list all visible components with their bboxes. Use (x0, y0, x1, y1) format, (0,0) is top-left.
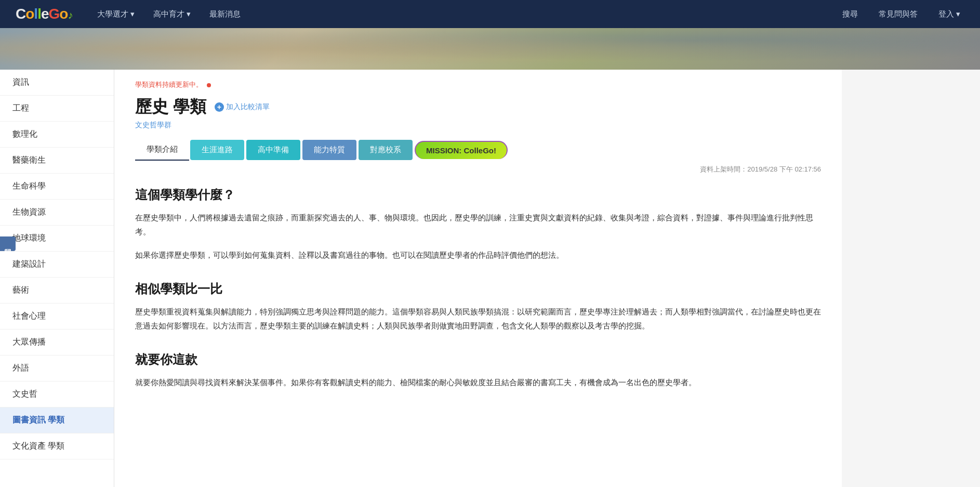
sidebar-item-lifesci[interactable]: 生命科學 (0, 174, 114, 200)
tab-schools[interactable]: 對應校系 (359, 140, 413, 160)
tab-ability[interactable]: 能力特質 (302, 140, 356, 160)
sidebar: 資訊 工程 數理化 醫藥衛生 生命科學 生物資源 地球環境 建築設計 藝術 社會… (0, 70, 114, 487)
tab-mission[interactable]: MISSION: ColleGo! (415, 141, 508, 159)
sidebar-item-liberal[interactable]: 文史哲 (0, 381, 114, 407)
title-row: 歷史 學類 + 加入比較清單 (135, 96, 821, 119)
nav-highschool[interactable]: 高中育才 ▾ (149, 9, 195, 19)
tab-intro[interactable]: 學類介紹 (135, 139, 189, 161)
sidebar-item-heritage[interactable]: 文化資產 學類 (0, 433, 114, 459)
section-what-title: 這個學類學什麼？ (135, 187, 821, 203)
section-what-para1: 在歷史學類中，人們將根據過去遺留之痕跡，而重新探究過去的人、事、物與環境。也因此… (135, 210, 821, 239)
section-what-para2: 如果你選擇歷史學類，可以學到如何蒐集資料、詮釋以及書寫過往的事物。也可以在閱讀歷… (135, 248, 821, 262)
subject-group[interactable]: 文史哲學群 (135, 121, 821, 130)
sidebar-item-media[interactable]: 大眾傳播 (0, 330, 114, 356)
sidebar-item-library[interactable]: 圖書資訊 學類 (0, 407, 114, 433)
update-dot (207, 83, 211, 87)
sidebar-item-math[interactable]: 數理化 (0, 122, 114, 148)
nav-right: 搜尋 常見問與答 登入 ▾ (838, 9, 964, 19)
tabs-row: 學類介紹 生涯進路 高中準備 能力特質 對應校系 MISSION: ColleG… (135, 139, 821, 161)
section-suit-title: 就要你這款 (135, 351, 821, 368)
main-content: 學類資料持續更新中。 歷史 學類 + 加入比較清單 文史哲學群 學類介紹 生涯進… (114, 70, 842, 487)
nav-university[interactable]: 大學選才 ▾ (93, 9, 139, 19)
sidebar-item-earth[interactable]: 地球環境 (0, 226, 114, 252)
tab-highschool[interactable]: 高中準備 (246, 140, 300, 160)
sidebar-item-foreign[interactable]: 外語 (0, 356, 114, 381)
nav-faq[interactable]: 常見問與答 (875, 9, 922, 19)
sidebar-item-socpsych[interactable]: 社會心理 (0, 304, 114, 330)
nav-login[interactable]: 登入 ▾ (934, 9, 964, 19)
section-suit-para1: 就要你熱愛閱讀與尋找資料來解決某個事件。如果你有客觀解讀史料的能力、檢閱檔案的耐… (135, 375, 821, 389)
sidebar-item-art[interactable]: 藝術 (0, 278, 114, 304)
nav-news[interactable]: 最新消息 (205, 9, 245, 19)
update-time: 資料上架時間：2019/5/28 下午 02:17:56 (135, 165, 821, 174)
nav-search[interactable]: 搜尋 (838, 9, 862, 19)
section-compare: 相似學類比一比 歷史學類重視資料蒐集與解讀能力，特別強調獨立思考與詮釋問題的能力… (135, 281, 821, 333)
add-compare-button[interactable]: + 加入比較清單 (215, 102, 270, 112)
section-compare-title: 相似學類比一比 (135, 281, 821, 297)
update-notice: 學類資料持續更新中。 (135, 80, 821, 89)
section-suit: 就要你這款 就要你熱愛閱讀與尋找資料來解決某個事件。如果你有客觀解讀史料的能力、… (135, 351, 821, 389)
sidebar-item-info[interactable]: 資訊 (0, 70, 114, 96)
section-what: 這個學類學什麼？ 在歷史學類中，人們將根據過去遺留之痕跡，而重新探究過去的人、事… (135, 187, 821, 262)
hero-banner (0, 28, 980, 70)
page-layout: 資訊 工程 數理化 醫藥衛生 生命科學 生物資源 地球環境 建築設計 藝術 社會… (0, 70, 980, 487)
sidebar-item-engineering[interactable]: 工程 (0, 96, 114, 122)
page-title: 歷史 學類 (135, 96, 206, 119)
expand-sidebar-tab[interactable]: 展開 (0, 236, 16, 251)
logo[interactable]: ColleGo♪ (16, 6, 72, 22)
sidebar-item-medical[interactable]: 醫藥衛生 (0, 148, 114, 174)
sidebar-item-architecture[interactable]: 建築設計 (0, 252, 114, 278)
plus-icon: + (215, 102, 224, 112)
sidebar-item-bioresource[interactable]: 生物資源 (0, 200, 114, 226)
navbar: ColleGo♪ 大學選才 ▾ 高中育才 ▾ 最新消息 搜尋 常見問與答 登入 … (0, 0, 980, 28)
section-compare-para1: 歷史學類重視資料蒐集與解讀能力，特別強調獨立思考與詮釋問題的能力。這個學類容易與… (135, 305, 821, 333)
tab-career[interactable]: 生涯進路 (190, 140, 244, 160)
